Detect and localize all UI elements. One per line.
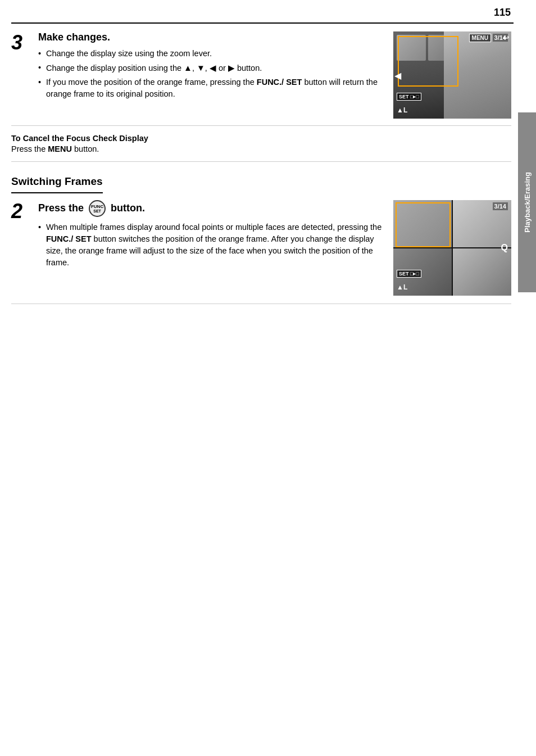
cam-menu-btn: MENU [469,34,491,42]
step2-title-suffix: button. [111,202,145,214]
sidebar-label: Playback/Erasing [523,172,532,233]
step2-title: Press the FUNC SET button. [38,200,384,217]
step2-bullet-1: When multiple frames display around foca… [38,221,384,269]
section-header-wrap: Switching Frames [11,162,511,193]
step2-body: Press the FUNC SET button. When multiple… [38,200,393,296]
grid-cell-1 [393,200,452,247]
grid-cell-4 [453,248,511,296]
step3-image: 3/14 MENU ↩ SET □▸□ ▲L ◀ [393,31,511,119]
cancel-title: To Cancel the Focus Check Display [11,134,511,143]
step3-bullets: Change the display size using the zoom l… [38,48,384,100]
cam-set-btn-3: SET □▸□ [397,93,421,101]
func-text: FUNC [91,205,103,209]
step2-number: 2 [11,200,38,296]
step3-section: 3 Make changes. Change the display size … [11,25,511,126]
step3-bullet-3: If you move the position of the orange f… [38,76,384,100]
step2-image: 3/14 Q SET □▸□ ▲L [393,200,511,296]
cam-size-icon-3: ▲L [397,106,407,114]
step2-cam-screen: 3/14 Q SET □▸□ ▲L [393,200,511,296]
main-content: 3 Make changes. Change the display size … [11,25,511,745]
step3-title: Make changes. [38,31,384,43]
page-number: 115 [494,7,511,19]
cam-overlay-3: 3/14 MENU ↩ SET □▸□ ▲L ◀ [393,31,511,119]
grid-cell-3 [393,248,452,296]
func-set-button-icon: FUNC SET [89,200,106,217]
page-container: Playback/Erasing 115 3 Make changes. Cha… [0,0,536,756]
grid-cell-2 [453,200,511,247]
switching-frames-header: Switching Frames [11,169,103,193]
step2-bullets: When multiple frames display around foca… [38,221,384,269]
step3-bullet-1: Change the display size using the zoom l… [38,48,384,60]
set-text: SET [93,209,101,213]
top-border [11,22,514,24]
cancel-body: Press the MENU button. [11,144,511,153]
photo-grid [393,200,511,296]
step3-number: 3 [11,31,38,119]
step2-section: 2 Press the FUNC SET button. When multip… [11,193,511,304]
cancel-section: To Cancel the Focus Check Display Press … [11,126,511,162]
step2-title-prefix: Press the [38,202,84,214]
step3-bullet-2: Change the display position using the ▲,… [38,62,384,74]
step3-cam-screen: 3/14 MENU ↩ SET □▸□ ▲L ◀ [393,31,511,119]
step3-body: Make changes. Change the display size us… [38,31,393,119]
sidebar-tab: Playback/Erasing [518,112,536,292]
